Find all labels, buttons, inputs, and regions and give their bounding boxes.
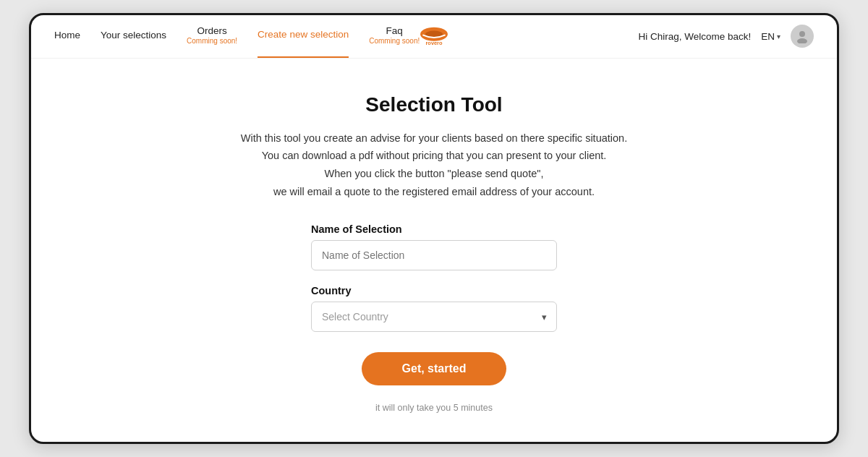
country-select-wrapper: Select Country Netherlands Belgium Germa… — [311, 302, 557, 332]
name-field-group: Name of Selection — [311, 223, 557, 270]
form-section: Name of Selection Country Select Country… — [311, 223, 557, 413]
nav-item-create-new-selection[interactable]: Create new selection — [258, 15, 349, 58]
country-field-group: Country Select Country Netherlands Belgi… — [311, 285, 557, 332]
nav-links: Home Your selections Orders Comming soon… — [54, 15, 420, 58]
brand-logo: rovero — [414, 23, 454, 49]
nav-item-orders[interactable]: Orders Comming soon! — [187, 15, 237, 58]
main-content: Selection Tool With this tool you create… — [31, 59, 837, 443]
welcome-text: Hi Chirag, Welcome back! — [638, 31, 751, 42]
page-description: With this tool you create an advise for … — [241, 129, 627, 201]
avatar[interactable] — [791, 25, 814, 48]
page-title: Selection Tool — [365, 93, 502, 116]
name-label: Name of Selection — [311, 223, 557, 235]
get-started-button[interactable]: Get, started — [362, 352, 506, 385]
minutes-text: it will only take you 5 minutes — [311, 403, 557, 413]
country-label: Country — [311, 285, 557, 296]
lang-caret-icon: ▾ — [777, 33, 780, 40]
browser-frame: Home Your selections Orders Comming soon… — [29, 13, 839, 445]
name-input[interactable] — [311, 240, 557, 270]
country-select[interactable]: Select Country Netherlands Belgium Germa… — [311, 302, 557, 332]
nav-item-your-selections[interactable]: Your selections — [101, 15, 166, 58]
svg-point-3 — [799, 31, 805, 37]
lang-selector[interactable]: EN ▾ — [761, 31, 780, 42]
nav-right: Hi Chirag, Welcome back! EN ▾ — [638, 25, 814, 48]
navbar: Home Your selections Orders Comming soon… — [31, 15, 837, 59]
svg-text:rovero: rovero — [425, 40, 443, 46]
nav-item-faq[interactable]: Faq Comming soon! — [369, 15, 420, 58]
svg-point-4 — [797, 38, 807, 43]
nav-item-home[interactable]: Home — [54, 15, 80, 58]
